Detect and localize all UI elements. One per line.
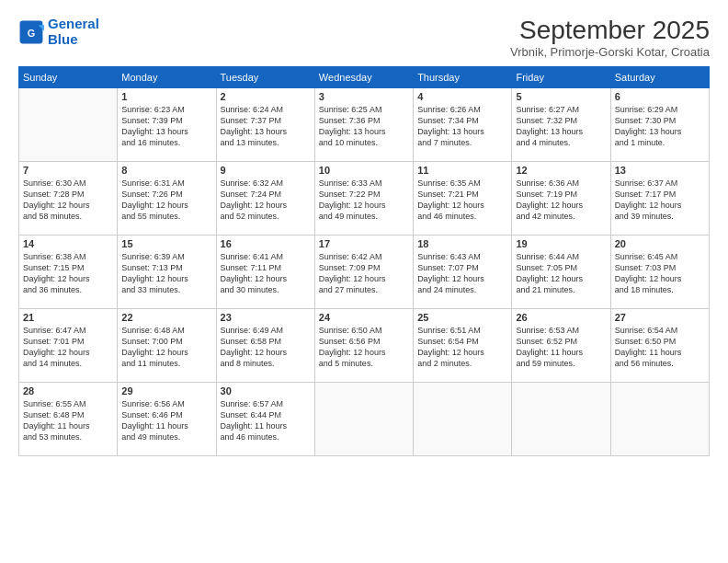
day-info: Sunrise: 6:56 AM Sunset: 6:46 PM Dayligh… [121, 398, 211, 443]
day-number: 13 [615, 165, 705, 176]
day-number: 12 [516, 165, 606, 176]
day-info: Sunrise: 6:53 AM Sunset: 6:52 PM Dayligh… [516, 325, 606, 370]
day-info: Sunrise: 6:47 AM Sunset: 7:01 PM Dayligh… [23, 325, 113, 370]
day-number: 5 [516, 91, 606, 102]
calendar-cell: 11Sunrise: 6:35 AM Sunset: 7:21 PM Dayli… [414, 161, 512, 235]
header-wednesday: Wednesday [314, 66, 413, 87]
calendar-cell: 24Sunrise: 6:50 AM Sunset: 6:56 PM Dayli… [314, 308, 413, 382]
header-tuesday: Tuesday [216, 66, 314, 87]
calendar-table: SundayMondayTuesdayWednesdayThursdayFrid… [18, 66, 710, 456]
calendar-cell: 28Sunrise: 6:55 AM Sunset: 6:48 PM Dayli… [19, 382, 118, 455]
day-number: 24 [319, 312, 409, 323]
day-info: Sunrise: 6:48 AM Sunset: 7:00 PM Dayligh… [121, 325, 211, 370]
day-number: 15 [121, 238, 211, 249]
day-info: Sunrise: 6:57 AM Sunset: 6:44 PM Dayligh… [221, 398, 311, 443]
day-info: Sunrise: 6:54 AM Sunset: 6:50 PM Dayligh… [615, 325, 705, 370]
day-number: 9 [221, 165, 311, 176]
day-info: Sunrise: 6:39 AM Sunset: 7:13 PM Dayligh… [121, 251, 211, 296]
logo-line2: Blue [48, 31, 78, 47]
svg-text:G: G [28, 27, 35, 38]
calendar-cell: 7Sunrise: 6:30 AM Sunset: 7:28 PM Daylig… [19, 161, 118, 235]
day-number: 22 [121, 312, 211, 323]
day-number: 1 [121, 91, 211, 102]
calendar-cell [414, 382, 512, 455]
day-info: Sunrise: 6:26 AM Sunset: 7:34 PM Dayligh… [417, 104, 507, 149]
day-number: 27 [615, 312, 705, 323]
calendar-cell: 15Sunrise: 6:39 AM Sunset: 7:13 PM Dayli… [118, 235, 216, 308]
calendar-cell: 23Sunrise: 6:49 AM Sunset: 6:58 PM Dayli… [216, 308, 314, 382]
logo-line1: General [48, 16, 99, 31]
day-number: 20 [615, 238, 705, 249]
day-number: 10 [319, 165, 409, 176]
calendar-cell: 5Sunrise: 6:27 AM Sunset: 7:32 PM Daylig… [512, 87, 610, 161]
day-number: 17 [319, 238, 409, 249]
day-number: 25 [417, 312, 507, 323]
calendar-cell: 21Sunrise: 6:47 AM Sunset: 7:01 PM Dayli… [19, 308, 118, 382]
calendar-page: G General Blue September 2025 Vrbnik, Pr… [0, 0, 728, 563]
calendar-cell: 1Sunrise: 6:23 AM Sunset: 7:39 PM Daylig… [118, 87, 216, 161]
logo: G General Blue [18, 17, 99, 47]
calendar-cell: 27Sunrise: 6:54 AM Sunset: 6:50 PM Dayli… [610, 308, 709, 382]
calendar-cell: 18Sunrise: 6:43 AM Sunset: 7:07 PM Dayli… [414, 235, 512, 308]
header: G General Blue September 2025 Vrbnik, Pr… [18, 17, 710, 59]
day-info: Sunrise: 6:42 AM Sunset: 7:09 PM Dayligh… [319, 251, 409, 296]
calendar-cell: 26Sunrise: 6:53 AM Sunset: 6:52 PM Dayli… [512, 308, 610, 382]
calendar-cell: 10Sunrise: 6:33 AM Sunset: 7:22 PM Dayli… [314, 161, 413, 235]
calendar-cell: 4Sunrise: 6:26 AM Sunset: 7:34 PM Daylig… [414, 87, 512, 161]
calendar-cell: 29Sunrise: 6:56 AM Sunset: 6:46 PM Dayli… [118, 382, 216, 455]
calendar-cell: 3Sunrise: 6:25 AM Sunset: 7:36 PM Daylig… [314, 87, 413, 161]
day-info: Sunrise: 6:36 AM Sunset: 7:19 PM Dayligh… [516, 178, 606, 223]
day-number: 23 [221, 312, 311, 323]
calendar-cell: 13Sunrise: 6:37 AM Sunset: 7:17 PM Dayli… [610, 161, 709, 235]
day-info: Sunrise: 6:31 AM Sunset: 7:26 PM Dayligh… [121, 178, 211, 223]
day-info: Sunrise: 6:35 AM Sunset: 7:21 PM Dayligh… [417, 178, 507, 223]
header-monday: Monday [118, 66, 216, 87]
calendar-cell [512, 382, 610, 455]
day-info: Sunrise: 6:45 AM Sunset: 7:03 PM Dayligh… [615, 251, 705, 296]
week-row-5: 28Sunrise: 6:55 AM Sunset: 6:48 PM Dayli… [19, 382, 710, 455]
calendar-cell: 16Sunrise: 6:41 AM Sunset: 7:11 PM Dayli… [216, 235, 314, 308]
month-title: September 2025 [510, 17, 710, 45]
day-info: Sunrise: 6:55 AM Sunset: 6:48 PM Dayligh… [23, 398, 113, 443]
logo-icon: G [18, 19, 44, 45]
calendar-cell: 25Sunrise: 6:51 AM Sunset: 6:54 PM Dayli… [414, 308, 512, 382]
day-number: 3 [319, 91, 409, 102]
day-info: Sunrise: 6:38 AM Sunset: 7:15 PM Dayligh… [23, 251, 113, 296]
day-number: 28 [23, 385, 113, 396]
calendar-cell: 19Sunrise: 6:44 AM Sunset: 7:05 PM Dayli… [512, 235, 610, 308]
day-number: 11 [417, 165, 507, 176]
calendar-cell [19, 87, 118, 161]
calendar-cell: 17Sunrise: 6:42 AM Sunset: 7:09 PM Dayli… [314, 235, 413, 308]
day-info: Sunrise: 6:43 AM Sunset: 7:07 PM Dayligh… [417, 251, 507, 296]
day-number: 6 [615, 91, 705, 102]
day-number: 7 [23, 165, 113, 176]
day-number: 29 [121, 385, 211, 396]
calendar-header-row: SundayMondayTuesdayWednesdayThursdayFrid… [19, 66, 710, 87]
day-info: Sunrise: 6:25 AM Sunset: 7:36 PM Dayligh… [319, 104, 409, 149]
day-info: Sunrise: 6:33 AM Sunset: 7:22 PM Dayligh… [319, 178, 409, 223]
logo-text: General Blue [48, 17, 99, 47]
day-info: Sunrise: 6:49 AM Sunset: 6:58 PM Dayligh… [221, 325, 311, 370]
calendar-cell [610, 382, 709, 455]
day-number: 21 [23, 312, 113, 323]
calendar-cell: 2Sunrise: 6:24 AM Sunset: 7:37 PM Daylig… [216, 87, 314, 161]
day-info: Sunrise: 6:30 AM Sunset: 7:28 PM Dayligh… [23, 178, 113, 223]
day-info: Sunrise: 6:37 AM Sunset: 7:17 PM Dayligh… [615, 178, 705, 223]
calendar-cell: 22Sunrise: 6:48 AM Sunset: 7:00 PM Dayli… [118, 308, 216, 382]
calendar-cell: 14Sunrise: 6:38 AM Sunset: 7:15 PM Dayli… [19, 235, 118, 308]
week-row-1: 1Sunrise: 6:23 AM Sunset: 7:39 PM Daylig… [19, 87, 710, 161]
week-row-2: 7Sunrise: 6:30 AM Sunset: 7:28 PM Daylig… [19, 161, 710, 235]
day-info: Sunrise: 6:32 AM Sunset: 7:24 PM Dayligh… [221, 178, 311, 223]
week-row-3: 14Sunrise: 6:38 AM Sunset: 7:15 PM Dayli… [19, 235, 710, 308]
day-info: Sunrise: 6:27 AM Sunset: 7:32 PM Dayligh… [516, 104, 606, 149]
header-saturday: Saturday [610, 66, 709, 87]
day-number: 16 [221, 238, 311, 249]
day-number: 19 [516, 238, 606, 249]
calendar-cell: 30Sunrise: 6:57 AM Sunset: 6:44 PM Dayli… [216, 382, 314, 455]
calendar-cell: 12Sunrise: 6:36 AM Sunset: 7:19 PM Dayli… [512, 161, 610, 235]
day-number: 2 [221, 91, 311, 102]
week-row-4: 21Sunrise: 6:47 AM Sunset: 7:01 PM Dayli… [19, 308, 710, 382]
day-number: 18 [417, 238, 507, 249]
calendar-cell: 20Sunrise: 6:45 AM Sunset: 7:03 PM Dayli… [610, 235, 709, 308]
day-number: 30 [221, 385, 311, 396]
